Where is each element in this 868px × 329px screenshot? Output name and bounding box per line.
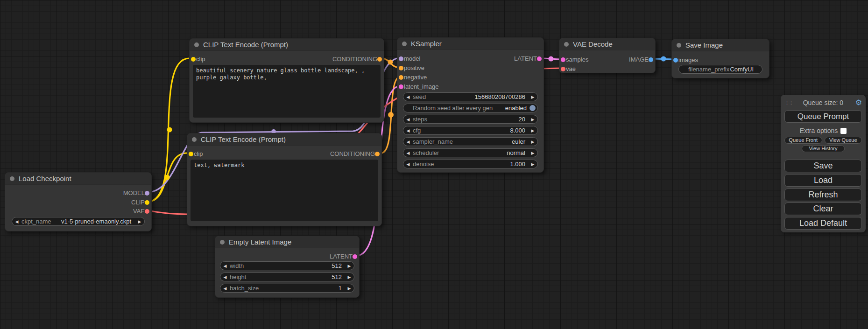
decrement-arrow-icon[interactable]: ◀ [220, 275, 230, 280]
widget-batch-size[interactable]: ◀ batch_size 1 ▶ [220, 284, 354, 293]
increment-arrow-icon[interactable]: ▶ [345, 286, 354, 291]
settings-gear-icon[interactable]: ⚙ [855, 99, 862, 106]
input-slot-model[interactable] [399, 56, 403, 61]
input-slot-clip[interactable] [191, 57, 196, 62]
output-slot-latent[interactable] [537, 56, 542, 61]
clear-button[interactable]: Clear [784, 203, 862, 215]
increment-arrow-icon[interactable]: ▶ [345, 264, 354, 268]
refresh-button[interactable]: Refresh [784, 189, 862, 201]
widget-scheduler[interactable]: ◀ scheduler normal ▶ [403, 148, 538, 157]
node-title-bar[interactable]: VAE Decode [559, 38, 655, 50]
input-slot-clip[interactable] [189, 152, 193, 156]
link-dot[interactable] [167, 127, 172, 133]
input-slot-latent-image[interactable] [399, 84, 403, 89]
widget-label: batch_size [230, 285, 339, 292]
collapse-dot[interactable] [192, 137, 197, 142]
decrement-arrow-icon[interactable]: ◀ [220, 286, 230, 291]
collapse-dot[interactable] [220, 240, 225, 245]
widget-steps[interactable]: ◀ steps 20 ▶ [403, 115, 538, 124]
widget-value: 156680208700286 [475, 93, 528, 100]
extra-options-checkbox[interactable] [840, 128, 847, 134]
widget-sampler-name[interactable]: ◀ sampler_name euler ▶ [403, 137, 538, 146]
widget-denoise[interactable]: ◀ denoise 1.000 ▶ [403, 160, 538, 168]
view-history-button[interactable]: View History [802, 145, 845, 152]
node-graph-canvas[interactable]: Load Checkpoint MODEL CLIP VAE ◀ ckpt_na… [0, 0, 868, 329]
widget-label: ckpt_name [21, 218, 61, 225]
widget-width[interactable]: ◀ width 512 ▶ [220, 261, 354, 270]
increment-arrow-icon[interactable]: ▶ [135, 219, 144, 224]
output-slot-conditioning[interactable] [375, 152, 380, 156]
output-slot-conditioning[interactable] [377, 57, 382, 62]
output-slot-vae[interactable] [145, 209, 149, 214]
input-slot-images[interactable] [673, 58, 678, 63]
collapse-dot[interactable] [677, 43, 681, 48]
increment-arrow-icon[interactable]: ▶ [528, 117, 537, 122]
output-label-conditioning: CONDITIONING [332, 56, 377, 63]
collapse-dot[interactable] [10, 176, 14, 181]
node-load-checkpoint[interactable]: Load Checkpoint MODEL CLIP VAE ◀ ckpt_na… [5, 172, 152, 231]
widget-seed[interactable]: ◀ seed 156680208700286 ▶ [403, 92, 538, 101]
output-label-latent: LATENT [514, 55, 537, 62]
link-dot[interactable] [388, 112, 394, 118]
decrement-arrow-icon[interactable]: ◀ [403, 140, 413, 144]
increment-arrow-icon[interactable]: ▶ [528, 151, 537, 155]
input-slot-negative[interactable] [399, 75, 403, 80]
drag-handle-icon[interactable]: ⋮⋮ [784, 100, 791, 105]
input-slot-vae[interactable] [561, 67, 565, 71]
link-dot[interactable] [549, 56, 554, 62]
widget-height[interactable]: ◀ height 512 ▶ [220, 273, 354, 281]
save-button[interactable]: Save [784, 160, 862, 172]
output-slot-model[interactable] [145, 191, 149, 196]
node-title-bar[interactable]: CLIP Text Encode (Prompt) [190, 39, 384, 51]
increment-arrow-icon[interactable]: ▶ [528, 140, 537, 144]
increment-arrow-icon[interactable]: ▶ [528, 95, 537, 99]
output-slot-image[interactable] [649, 57, 653, 62]
output-slot-clip[interactable] [145, 200, 149, 205]
widget-cfg[interactable]: ◀ cfg 8.000 ▶ [403, 126, 538, 135]
collapse-dot[interactable] [402, 42, 407, 46]
decrement-arrow-icon[interactable]: ◀ [403, 162, 413, 167]
node-title-bar[interactable]: Load Checkpoint [5, 173, 151, 185]
increment-arrow-icon[interactable]: ▶ [528, 162, 537, 167]
prompt-textarea[interactable]: text, watermark [191, 160, 378, 221]
prompt-textarea[interactable]: beautiful scenery nature glass bottle la… [193, 65, 381, 118]
load-button[interactable]: Load [784, 174, 862, 187]
link-dot[interactable] [165, 175, 170, 180]
collapse-dot[interactable] [564, 42, 569, 47]
node-title-bar[interactable]: Empty Latent Image [215, 236, 359, 248]
decrement-arrow-icon[interactable]: ◀ [403, 117, 413, 122]
decrement-arrow-icon[interactable]: ◀ [403, 95, 413, 99]
collapse-dot[interactable] [194, 42, 199, 47]
widget-ckpt-name[interactable]: ◀ ckpt_name v1-5-pruned-emaonly.ckpt ▶ [12, 217, 145, 226]
node-title-bar[interactable]: KSampler [397, 38, 543, 50]
input-label-clip: clip [194, 150, 203, 157]
view-queue-button[interactable]: View Queue [825, 137, 862, 144]
load-default-button[interactable]: Load Default [784, 217, 862, 230]
link-dot[interactable] [661, 56, 666, 62]
node-empty-latent-image[interactable]: Empty Latent Image LATENT ◀ width 512 ▶ … [215, 236, 360, 298]
node-title-bar[interactable]: CLIP Text Encode (Prompt) [187, 133, 381, 146]
widget-label: cfg [413, 127, 510, 134]
decrement-arrow-icon[interactable]: ◀ [12, 219, 21, 224]
queue-front-button[interactable]: Queue Front [784, 137, 822, 144]
node-title-bar[interactable]: Save Image [672, 39, 769, 51]
widget-filename-prefix[interactable]: filename_prefix ComfyUI [678, 65, 762, 74]
decrement-arrow-icon[interactable]: ◀ [403, 128, 413, 133]
toggle-indicator[interactable] [529, 105, 536, 111]
input-slot-positive[interactable] [399, 66, 403, 70]
node-clip-text-encode-positive[interactable]: CLIP Text Encode (Prompt) clip CONDITION… [189, 38, 384, 123]
output-slot-latent[interactable] [353, 254, 357, 259]
link-dot[interactable] [388, 60, 393, 65]
node-ksampler[interactable]: KSampler model positive negative latent_… [397, 37, 544, 173]
node-clip-text-encode-negative[interactable]: CLIP Text Encode (Prompt) clip CONDITION… [187, 133, 382, 226]
widget-label: steps [413, 116, 519, 123]
queue-prompt-button[interactable]: Queue Prompt [784, 110, 862, 123]
increment-arrow-icon[interactable]: ▶ [528, 128, 537, 133]
node-vae-decode[interactable]: VAE Decode samples vae IMAGE [559, 38, 656, 73]
decrement-arrow-icon[interactable]: ◀ [403, 151, 413, 155]
widget-random-seed-toggle[interactable]: Random seed after every gen enabled [403, 104, 538, 112]
increment-arrow-icon[interactable]: ▶ [345, 275, 354, 280]
decrement-arrow-icon[interactable]: ◀ [220, 264, 230, 268]
node-save-image[interactable]: Save Image images filename_prefix ComfyU… [671, 39, 769, 78]
input-slot-samples[interactable] [561, 57, 565, 62]
